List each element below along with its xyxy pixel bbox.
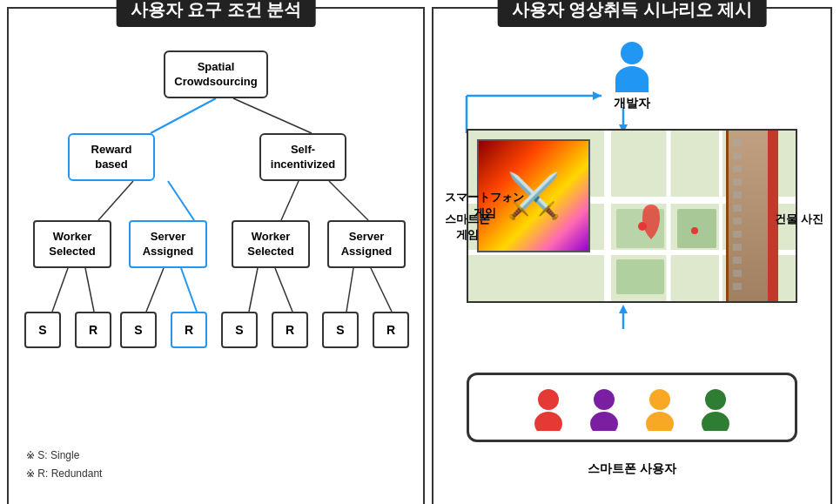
- node-sa2: ServerAssigned: [327, 220, 406, 268]
- svg-point-51: [702, 412, 729, 431]
- svg-line-13: [371, 268, 392, 312]
- svg-marker-20: [593, 91, 601, 100]
- right-content: 개발자: [440, 33, 823, 494]
- developer-body: [615, 66, 648, 92]
- svg-line-12: [346, 268, 353, 312]
- svg-rect-38: [733, 218, 742, 225]
- svg-rect-37: [733, 205, 742, 212]
- svg-rect-36: [733, 192, 742, 198]
- leaf-sa2-r: R: [373, 312, 409, 348]
- leaf-ws1-r: R: [75, 312, 111, 348]
- legend-single: ※ S: Single: [26, 447, 102, 466]
- svg-marker-17: [619, 305, 628, 313]
- svg-line-7: [85, 268, 94, 312]
- smartphone-game-label-kr: 스마트폰게임: [445, 212, 490, 243]
- svg-rect-41: [733, 257, 742, 264]
- svg-line-5: [329, 181, 368, 220]
- leaf-sa1-r: R: [171, 312, 207, 348]
- svg-point-45: [534, 412, 562, 431]
- svg-rect-43: [733, 283, 742, 290]
- users-bottom-label: 스마트폰 사용자: [588, 461, 676, 477]
- right-panel: 사용자 영상취득 시나리오 제시 개발자: [432, 7, 832, 504]
- svg-point-47: [590, 412, 618, 431]
- svg-line-1: [233, 98, 312, 133]
- user-icon-3: [642, 387, 677, 431]
- svg-rect-40: [733, 244, 742, 251]
- svg-rect-29: [616, 259, 664, 294]
- svg-line-10: [249, 268, 258, 312]
- user-figure-4: [698, 387, 733, 431]
- svg-line-0: [151, 98, 216, 133]
- svg-rect-33: [733, 152, 742, 159]
- left-panel-title: 사용자 요구 조건 분석: [117, 0, 316, 27]
- svg-line-8: [146, 268, 164, 312]
- tree-container: SpatialCrowdsourcing Rewardbased Self-in…: [16, 33, 416, 494]
- right-panel-title: 사용자 영상취득 시나리오 제시: [498, 0, 767, 27]
- developer-icon: [610, 42, 654, 94]
- svg-point-31: [691, 227, 698, 234]
- developer-figure: 개발자: [610, 42, 654, 111]
- left-panel: 사용자 요구 조건 분석: [7, 7, 425, 504]
- svg-rect-42: [733, 270, 742, 277]
- svg-point-49: [646, 412, 674, 431]
- leaf-sa2-s: S: [322, 312, 359, 348]
- developer-head: [621, 42, 643, 64]
- svg-rect-32: [733, 139, 742, 146]
- building-label: 건물 사진: [775, 212, 823, 227]
- svg-line-2: [98, 181, 133, 220]
- node-self: Self-incentivized: [259, 133, 346, 181]
- svg-point-50: [705, 389, 726, 410]
- svg-point-44: [538, 389, 559, 410]
- legend: ※ S: Single ※ R: Redundant: [26, 447, 102, 484]
- node-sa1: ServerAssigned: [129, 220, 207, 268]
- node-ws1: WorkerSelected: [33, 220, 111, 268]
- leaf-ws1-s: S: [24, 312, 61, 348]
- svg-line-3: [168, 181, 194, 220]
- user-figure-3: [642, 387, 677, 431]
- node-ws2: WorkerSelected: [232, 220, 310, 268]
- svg-line-4: [281, 181, 299, 220]
- user-figure-1: [531, 387, 566, 431]
- legend-redundant: ※ R: Redundant: [26, 465, 102, 484]
- svg-rect-35: [733, 178, 742, 185]
- svg-line-9: [181, 268, 197, 312]
- svg-rect-34: [733, 165, 742, 172]
- svg-line-11: [275, 268, 292, 312]
- node-root: SpatialCrowdsourcing: [164, 50, 268, 98]
- user-icon-4: [698, 387, 733, 431]
- leaf-sa1-s: S: [120, 312, 157, 348]
- node-reward: Rewardbased: [68, 133, 155, 181]
- user-figure-2: [587, 387, 622, 431]
- user-icon-2: [587, 387, 622, 431]
- users-row: [467, 373, 797, 442]
- svg-point-48: [649, 389, 670, 410]
- user-icon-1: [531, 387, 566, 431]
- developer-label: 개발자: [610, 96, 654, 111]
- svg-point-46: [594, 389, 615, 410]
- leaf-ws2-s: S: [221, 312, 258, 348]
- building-right: [726, 131, 778, 301]
- svg-rect-39: [733, 231, 742, 238]
- leaf-ws2-r: R: [272, 312, 308, 348]
- svg-line-6: [52, 268, 68, 312]
